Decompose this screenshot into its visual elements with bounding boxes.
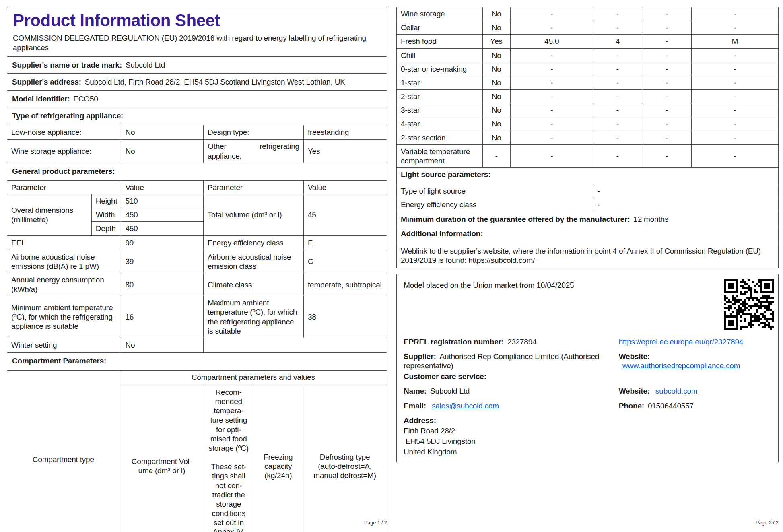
compartment-label: Variable temperature compartment (397, 144, 483, 167)
general-section-header: General product parameters: (7, 163, 387, 180)
compartment-volume-header: Compartment Vol- ume (dm³ or l) (120, 384, 204, 532)
column-header: Value (121, 180, 204, 194)
param-value: freestanding (303, 125, 387, 140)
market-date-text: Model placed on the Union market from 10… (404, 280, 709, 332)
param-value: 39 (121, 250, 204, 273)
compartment-present: No (482, 62, 510, 76)
param-label: Other refrigerating appliance: (204, 140, 304, 163)
compartment-present: No (482, 76, 510, 89)
model-identifier-value: ECO50 (73, 95, 98, 103)
param-value: No (121, 140, 204, 163)
name-label: Name: (404, 387, 427, 395)
appliance-type-table: Low-noise appliance: No Design type: fre… (7, 125, 387, 162)
type-section-header: Type of refrigerating appliance: (7, 107, 387, 125)
qr-code (724, 279, 775, 330)
supplier-address-label: Supplier's address: (12, 78, 81, 86)
eprel-link[interactable]: https://eprel.ec.europa.eu/qr/2327894 (619, 338, 744, 346)
guarantee-value: 12 months (633, 215, 668, 223)
care-name-left: Name:Subcold Ltd (404, 386, 619, 396)
eprel-row: EPREL registration number:2327894 https:… (404, 337, 771, 346)
care-website-label: Website: (619, 387, 650, 395)
supplier-website-link[interactable]: www.authorisedrepcompliance.com (622, 361, 740, 370)
light-param-label: Type of light source (397, 184, 593, 198)
param-label: Annual energy consumption (kWh/a) (7, 273, 121, 296)
param-label: Airborne acoustical noise emissions (dB(… (7, 250, 121, 273)
general-parameters-table: EEI 99 Energy efficiency class E Airborn… (7, 235, 387, 353)
total-volume-label: Total volume (dm³ or l) (204, 194, 304, 235)
param-label: Design type: (204, 125, 304, 140)
param-label: Airborne acoustical noise emission class (204, 250, 304, 273)
care-email-row: Email: sales@subcold.com Phone:015064405… (404, 401, 771, 410)
table-row: Chill No - - - - (397, 48, 779, 62)
table-row: 2-star No - - - - (397, 90, 779, 103)
compartment-present: No (482, 48, 510, 62)
compartment-freezing: - (642, 35, 691, 48)
compartment-freezing: - (642, 76, 691, 89)
compartment-volume: - (510, 117, 593, 131)
compartment-temp: - (593, 7, 642, 21)
compartment-present: No (482, 117, 510, 131)
eprel-value: 2327894 (507, 338, 537, 346)
model-identifier-row: Model identifier:ECO50 (7, 90, 387, 107)
table-row: 2-star section No - - - - (397, 131, 779, 144)
compartment-temp: - (593, 62, 642, 76)
compartment-freezing: - (642, 90, 691, 103)
compartment-present: No (482, 21, 510, 35)
compartment-present: No (482, 90, 510, 103)
compartment-freezing: - (642, 131, 691, 144)
compartment-present: No (482, 103, 510, 117)
height-label: Height (91, 194, 121, 208)
compartment-freezing: - (642, 62, 691, 76)
address-line: United Kingdom (404, 447, 771, 456)
compartment-label: 2-star section (397, 131, 483, 144)
compartment-volume: - (510, 90, 593, 103)
table-row: Type of light source - (397, 184, 779, 198)
compartment-volume: - (510, 62, 593, 76)
table-row: Energy efficiency class - (397, 198, 779, 212)
compartment-temp: - (593, 21, 642, 35)
care-name-right: Website: subcold.com (619, 386, 771, 396)
empty-cell (204, 338, 387, 352)
compartment-present: No (482, 131, 510, 144)
compartment-freezing: - (642, 144, 691, 167)
param-label: Climate class: (204, 273, 304, 296)
table-row: Variable temperature compartment - - - -… (397, 144, 779, 167)
table-row: Cellar No - - - - (397, 21, 779, 35)
model-identifier-label: Model identifier: (12, 95, 70, 103)
param-value: 16 (121, 296, 204, 338)
email-link[interactable]: sales@subcold.com (432, 402, 499, 410)
param-value: 38 (303, 296, 387, 338)
compartment-defrost: - (691, 48, 778, 62)
supplier-name-value: Subcold Ltd (126, 61, 165, 69)
page-2: Wine storage No - - - - Cellar No - - - … (396, 7, 779, 462)
param-label: Wine storage appliance: (7, 140, 121, 163)
care-website-link[interactable]: subcold.com (655, 387, 697, 395)
param-value: Yes (303, 140, 387, 163)
table-row: Additional information: (397, 227, 779, 243)
compartment-label: Wine storage (397, 7, 483, 21)
table-row: Overal dimensions (millimetre) Height 51… (7, 194, 387, 208)
compartment-defrost: - (691, 131, 778, 144)
temperature-setting-header: Recom- mended tempera- ture setting for … (204, 384, 253, 532)
param-label: Energy efficiency class (204, 235, 304, 250)
height-value: 510 (121, 194, 204, 208)
param-label: Low-noise appliance: (7, 125, 121, 140)
defrosting-type-header: Defrosting type (auto-defrost=A, manual … (303, 384, 387, 532)
compartment-temp: - (593, 144, 642, 167)
param-value: No (121, 125, 204, 140)
supplier-right: Website: www.authorisedrepcompliance.com (619, 352, 771, 370)
table-row: Winter setting No (7, 338, 387, 352)
compartment-freezing: - (642, 21, 691, 35)
compartment-label: Chill (397, 48, 483, 62)
guarantee-row: Minimum duration of the guarantee offere… (397, 212, 779, 227)
compartment-temp: - (593, 76, 642, 89)
param-value: E (303, 235, 387, 250)
care-phone-right: Phone:01506440557 (619, 401, 771, 410)
phone-value: 01506440557 (648, 402, 694, 410)
address-line: Firth Road 28/2 (404, 426, 771, 435)
table-row: Low-noise appliance: No Design type: fre… (7, 125, 387, 140)
compartment-defrost: - (691, 103, 778, 117)
address-block: Address: Firth Road 28/2 EH54 5DJ Living… (404, 416, 771, 457)
compartment-label: 4-star (397, 117, 483, 131)
table-row: Wine storage appliance: No Other refrige… (7, 140, 387, 163)
